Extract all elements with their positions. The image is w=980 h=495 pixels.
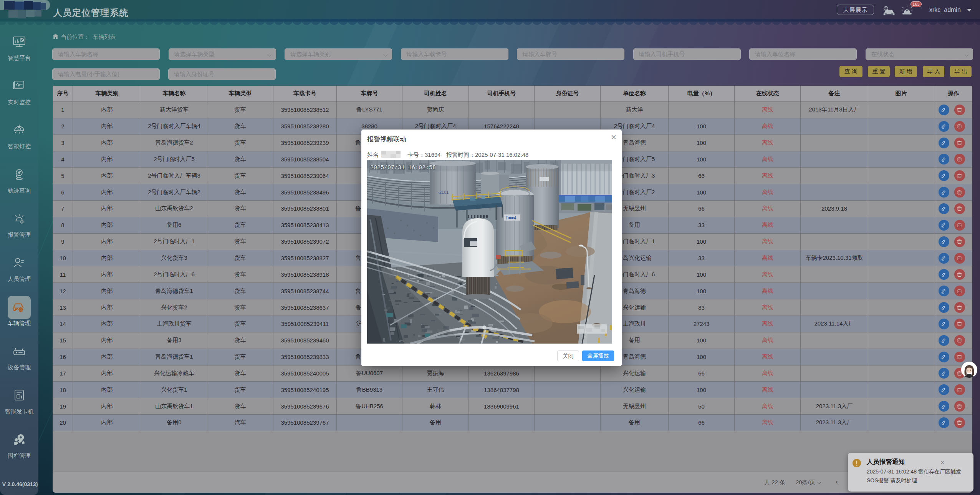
svg-text:2025/07/31 16:02:58: 2025/07/31 16:02:58 — [370, 164, 436, 171]
